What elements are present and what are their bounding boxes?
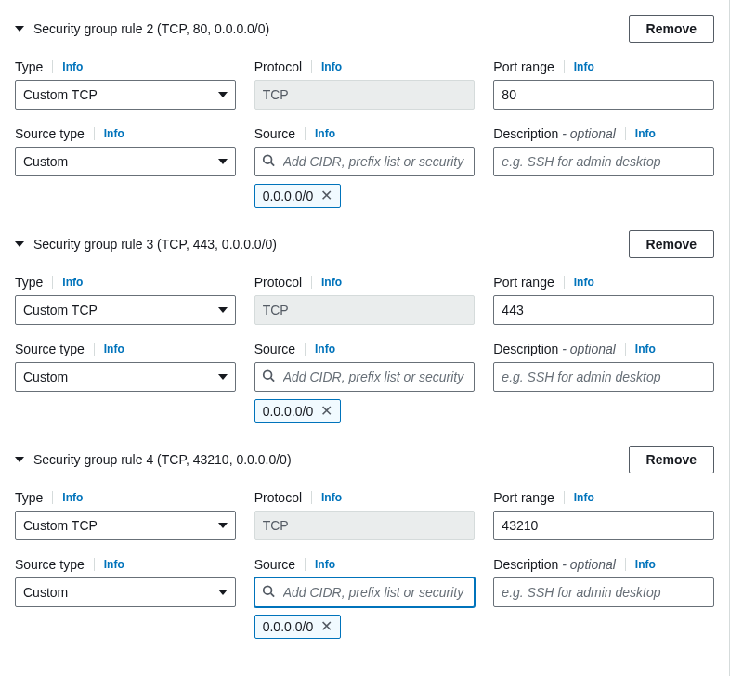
source-label: Source <box>254 557 295 572</box>
rule-header: Security group rule 4 (TCP, 43210, 0.0.0… <box>15 446 714 473</box>
field-source: Source Info 0.0.0.0/0 ✕ <box>254 342 476 423</box>
source-type-select-value: Custom <box>15 362 236 392</box>
source-token: 0.0.0.0/0 ✕ <box>254 184 342 208</box>
field-row-2: Source type Info Custom Source Info <box>15 126 714 208</box>
field-port-range: Port range Info <box>493 275 714 325</box>
divider <box>94 127 95 140</box>
divider <box>305 343 306 356</box>
info-link[interactable]: Info <box>315 343 335 356</box>
field-source-type: Source type Info Custom <box>15 342 236 423</box>
field-port-range: Port range Info <box>493 490 714 540</box>
info-link[interactable]: Info <box>104 343 124 356</box>
info-link[interactable]: Info <box>62 276 83 289</box>
field-label-row: Source Info <box>254 126 476 141</box>
info-link[interactable]: Info <box>62 60 83 73</box>
source-token-text: 0.0.0.0/0 <box>263 188 314 203</box>
description-label: Description - optional <box>493 557 616 572</box>
source-search-input[interactable] <box>254 147 476 176</box>
info-link[interactable]: Info <box>62 491 83 504</box>
info-link[interactable]: Info <box>635 127 656 140</box>
info-link[interactable]: Info <box>104 558 124 571</box>
remove-button[interactable]: Remove <box>629 15 714 43</box>
source-label: Source <box>254 126 295 141</box>
field-type: Type Info Custom TCP <box>15 490 236 540</box>
source-token: 0.0.0.0/0 ✕ <box>254 615 342 639</box>
port-range-input[interactable] <box>493 511 714 540</box>
info-link[interactable]: Info <box>635 558 656 571</box>
field-protocol: Protocol Info TCP <box>254 490 476 540</box>
field-label-row: Source Info <box>254 342 476 356</box>
divider <box>52 276 53 289</box>
source-type-select[interactable]: Custom <box>15 362 236 392</box>
type-label: Type <box>15 59 43 74</box>
divider <box>52 60 53 73</box>
info-link[interactable]: Info <box>315 558 335 571</box>
rule-title: Security group rule 4 (TCP, 43210, 0.0.0… <box>33 452 292 467</box>
source-token-text: 0.0.0.0/0 <box>263 404 314 419</box>
type-select[interactable]: Custom TCP <box>15 511 236 540</box>
type-label: Type <box>15 275 43 290</box>
info-link[interactable]: Info <box>104 127 124 140</box>
type-select-value: Custom TCP <box>15 295 236 325</box>
caret-down-icon[interactable] <box>15 457 24 462</box>
type-select[interactable]: Custom TCP <box>15 295 236 325</box>
caret-down-icon[interactable] <box>15 26 24 32</box>
field-row-2: Source type Info Custom Source Info <box>15 342 714 423</box>
field-row-2: Source type Info Custom Source Info <box>15 557 714 639</box>
divider <box>305 558 306 571</box>
close-icon[interactable]: ✕ <box>320 188 332 203</box>
field-label-row: Port range Info <box>493 59 714 74</box>
field-port-range: Port range Info <box>493 59 714 110</box>
source-token-row: 0.0.0.0/0 ✕ <box>254 615 476 639</box>
port-range-input[interactable] <box>493 295 714 325</box>
source-search-input[interactable] <box>254 362 476 392</box>
info-link[interactable]: Info <box>315 127 335 140</box>
info-link[interactable]: Info <box>574 276 594 289</box>
field-label-row: Protocol Info <box>254 275 476 290</box>
close-icon[interactable]: ✕ <box>320 619 332 634</box>
description-input[interactable] <box>493 147 714 176</box>
source-token-text: 0.0.0.0/0 <box>263 619 314 634</box>
field-label-row: Port range Info <box>493 490 714 505</box>
info-link[interactable]: Info <box>574 491 594 504</box>
source-search-input[interactable] <box>254 577 476 607</box>
close-icon[interactable]: ✕ <box>320 404 332 419</box>
field-label-row: Source type Info <box>15 557 236 572</box>
source-type-select[interactable]: Custom <box>15 577 236 607</box>
field-label-row: Source type Info <box>15 126 236 141</box>
source-token: 0.0.0.0/0 ✕ <box>254 399 342 423</box>
source-search-wrap <box>254 577 476 607</box>
description-label: Description - optional <box>493 126 616 141</box>
security-group-rule: Security group rule 3 (TCP, 443, 0.0.0.0… <box>15 230 714 423</box>
source-token-row: 0.0.0.0/0 ✕ <box>254 399 476 423</box>
divider <box>94 558 95 571</box>
source-type-label: Source type <box>15 342 85 356</box>
info-link[interactable]: Info <box>321 60 342 73</box>
security-group-rule: Security group rule 2 (TCP, 80, 0.0.0.0/… <box>15 15 714 208</box>
description-input[interactable] <box>493 362 714 392</box>
protocol-label: Protocol <box>254 59 302 74</box>
source-type-select[interactable]: Custom <box>15 147 236 176</box>
remove-button[interactable]: Remove <box>629 230 714 258</box>
source-type-select-value: Custom <box>15 147 236 176</box>
field-source: Source Info 0.0.0.0/0 ✕ <box>254 126 476 208</box>
source-token-row: 0.0.0.0/0 ✕ <box>254 184 476 208</box>
field-description: Description - optional Info <box>493 557 714 639</box>
remove-button[interactable]: Remove <box>629 446 714 473</box>
info-link[interactable]: Info <box>321 491 342 504</box>
description-input[interactable] <box>493 577 714 607</box>
field-label-row: Type Info <box>15 275 236 290</box>
type-select[interactable]: Custom TCP <box>15 80 236 110</box>
field-row-1: Type Info Custom TCP Protocol Info TCP <box>15 59 714 110</box>
field-label-row: Port range Info <box>493 275 714 290</box>
info-link[interactable]: Info <box>574 60 594 73</box>
caret-down-icon[interactable] <box>15 241 24 247</box>
info-link[interactable]: Info <box>321 276 342 289</box>
info-link[interactable]: Info <box>635 343 656 356</box>
type-select-value: Custom TCP <box>15 80 236 110</box>
source-search-wrap <box>254 362 476 392</box>
field-type: Type Info Custom TCP <box>15 275 236 325</box>
port-range-input[interactable] <box>493 80 714 110</box>
divider <box>564 491 565 504</box>
divider <box>311 491 312 504</box>
